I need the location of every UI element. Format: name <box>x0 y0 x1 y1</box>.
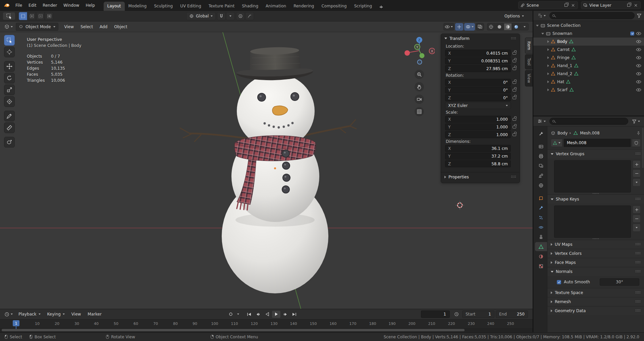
scrollbar-thumb[interactable] <box>2 329 465 331</box>
outliner-row-scene-collection[interactable]: Scene Collection <box>533 21 644 30</box>
blender-logo-icon[interactable] <box>3 3 10 8</box>
active-tool-button[interactable] <box>3 12 15 20</box>
properties-panel-header[interactable]: Properties <box>441 172 520 181</box>
menu-add[interactable]: Add <box>97 23 110 31</box>
tab-particles[interactable] <box>535 213 547 222</box>
rotation-z-field[interactable]: Z0° <box>445 94 511 101</box>
ortho-toggle-button[interactable] <box>415 107 424 116</box>
panel-grip-icon[interactable] <box>511 37 516 40</box>
expand-icon[interactable] <box>547 40 549 43</box>
outliner-editor-dropdown[interactable] <box>536 12 547 19</box>
expand-icon[interactable] <box>547 89 549 91</box>
frame-start-field[interactable]: Start1 <box>462 310 494 318</box>
properties-editor-dropdown[interactable] <box>536 118 547 125</box>
proportional-editing-button[interactable] <box>236 12 245 20</box>
expand-icon[interactable] <box>547 64 549 67</box>
workspace-tab-animation[interactable]: Animation <box>262 2 290 11</box>
menu-file[interactable]: File <box>12 2 25 9</box>
keying-set-dropdown[interactable] <box>235 311 241 318</box>
scale-y-field[interactable]: Y1.000 <box>445 123 511 130</box>
tab-texture[interactable] <box>535 262 547 271</box>
playhead-marker[interactable]: 1 <box>13 320 19 326</box>
lock-icon[interactable] <box>513 60 516 62</box>
workspace-tab-compositing[interactable]: Compositing <box>318 2 350 11</box>
workspace-tab-modeling[interactable]: Modeling <box>125 2 151 11</box>
add-workspace-button[interactable] <box>377 3 385 11</box>
expand-icon[interactable] <box>547 56 549 59</box>
pan-hand-button[interactable] <box>415 82 424 92</box>
object-visibility-dropdown[interactable] <box>443 23 454 31</box>
transform-panel-header[interactable]: Transform <box>441 34 520 43</box>
hide-eye-icon[interactable] <box>636 72 641 76</box>
play-button[interactable] <box>272 311 280 318</box>
navigation-gizmo[interactable]: Z X Y <box>404 35 435 66</box>
list-resize-grip[interactable] <box>593 193 599 194</box>
outliner-row-hand-2[interactable]: Hand_2 <box>533 70 644 78</box>
mesh-name-input[interactable]: Mesh.008 <box>564 139 631 147</box>
preview-range-button[interactable] <box>452 311 461 318</box>
workspace-tab-layout[interactable]: Layout <box>104 2 125 11</box>
properties-scrollbar[interactable] <box>642 128 644 168</box>
outliner-row-collection-snowman[interactable]: Snowman <box>533 30 644 38</box>
tab-constraints[interactable] <box>535 232 547 241</box>
panel-grip-icon[interactable] <box>511 175 516 179</box>
menu-marker[interactable]: Marker <box>85 310 104 318</box>
section-uv-maps[interactable]: UV Maps <box>547 240 644 249</box>
section-normals[interactable]: Normals <box>547 267 644 276</box>
view-layer-selector[interactable]: View Layer <box>581 1 641 9</box>
section-shape-keys[interactable]: Shape Keys <box>547 194 644 204</box>
xray-toggle[interactable] <box>476 23 484 31</box>
lock-icon[interactable] <box>513 118 516 121</box>
tab-scene[interactable] <box>535 171 547 180</box>
tool-cursor[interactable] <box>4 47 15 57</box>
unlink-scene-button[interactable] <box>571 3 576 8</box>
tool-transform[interactable] <box>4 96 15 107</box>
properties-search-input[interactable] <box>549 118 628 125</box>
menu-window[interactable]: Window <box>60 2 82 9</box>
outliner-row-body[interactable]: Body <box>533 38 644 46</box>
shading-solid-button[interactable] <box>495 23 503 31</box>
tab-modifiers[interactable] <box>535 203 547 212</box>
tab-material[interactable] <box>535 252 547 261</box>
select-mode-intersect[interactable] <box>45 12 53 20</box>
tab-render[interactable] <box>535 142 547 151</box>
add-vertex-group-button[interactable] <box>633 160 641 168</box>
location-x-field[interactable]: X0.4015 cm <box>445 50 511 57</box>
workspace-tab-shading[interactable]: Shading <box>238 2 262 11</box>
scale-z-field[interactable]: Z1.000 <box>445 131 511 138</box>
remove-vertex-group-button[interactable] <box>633 169 641 177</box>
tab-view-layer[interactable] <box>535 161 547 170</box>
lock-icon[interactable] <box>513 67 516 70</box>
hide-eye-icon[interactable] <box>636 56 641 60</box>
workspace-tab-sculpting[interactable]: Sculpting <box>150 2 176 11</box>
vertex-group-specials-button[interactable] <box>633 178 641 186</box>
tab-physics[interactable] <box>535 223 547 232</box>
auto-smooth-angle-field[interactable]: 30° <box>600 278 639 286</box>
mode-dropdown[interactable]: Object Mode <box>16 23 58 31</box>
breadcrumb-data[interactable]: Mesh.008 <box>580 131 599 135</box>
expand-icon[interactable] <box>536 25 539 26</box>
workspace-tab-uv-editing[interactable]: UV Editing <box>176 2 205 11</box>
menu-edit[interactable]: Edit <box>25 2 39 9</box>
lock-icon[interactable] <box>513 97 516 99</box>
auto-smooth-checkbox[interactable] <box>557 280 561 284</box>
tool-add-cube[interactable] <box>4 137 15 148</box>
proportional-falloff-dropdown[interactable] <box>245 12 254 20</box>
tab-world[interactable] <box>535 181 547 190</box>
section-vertex-colors[interactable]: Vertex Colors <box>547 249 644 258</box>
pin-icon[interactable] <box>636 131 641 135</box>
tab-tool[interactable] <box>535 129 547 138</box>
dimensions-y-field[interactable]: Y37.2 cm <box>445 153 511 160</box>
tool-annotate[interactable] <box>4 111 15 121</box>
section-remesh[interactable]: Remesh <box>547 297 644 306</box>
sidebar-tab-item[interactable]: Item <box>525 38 533 54</box>
rotation-y-field[interactable]: Y0° <box>445 87 511 94</box>
tab-object[interactable] <box>535 193 547 203</box>
outliner-row-hand-1[interactable]: Hand_1 <box>533 62 644 70</box>
jump-to-start-button[interactable] <box>245 311 253 318</box>
hide-eye-icon[interactable] <box>636 80 641 84</box>
zoom-button[interactable] <box>415 70 424 79</box>
sidebar-tab-tool[interactable]: Tool <box>525 54 533 69</box>
filter-icon[interactable] <box>637 13 642 18</box>
section-face-maps[interactable]: Face Maps <box>547 258 644 267</box>
